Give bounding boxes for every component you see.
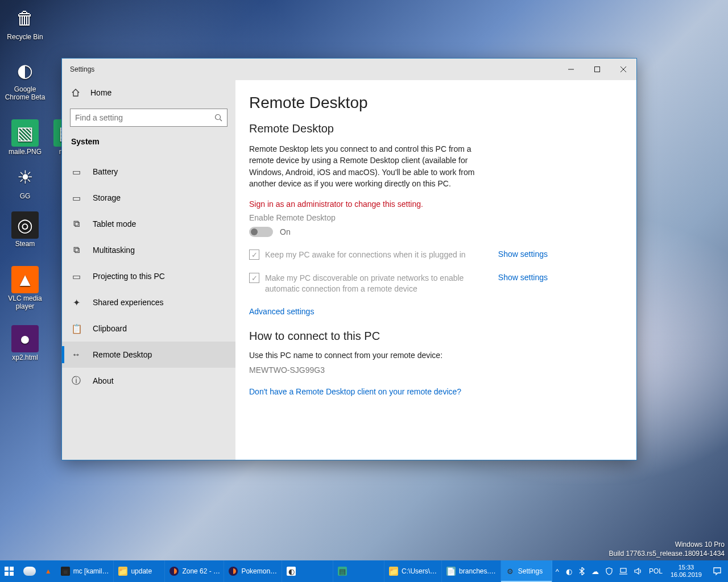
nav-item-label: Multitasking: [93, 246, 135, 255]
nav-item-label: Remote Desktop: [93, 350, 152, 359]
watermark-line1: Windows 10 Pro: [609, 540, 725, 549]
intro-text: Remote Desktop lets you connect to and c…: [249, 143, 494, 189]
taskbar-task[interactable]: Zone 62 - …: [165, 560, 224, 582]
task-label: mc [kamil…: [73, 567, 109, 575]
window-title: Settings: [70, 65, 94, 73]
nav-item-remote-desktop[interactable]: ↔Remote Desktop: [62, 342, 235, 368]
taskbar-task[interactable]: Pokemon…: [224, 560, 282, 582]
tray-network-icon[interactable]: [616, 560, 631, 582]
nav-item-multitasking[interactable]: ⧉Multitasking: [62, 237, 235, 263]
show-settings-link-1[interactable]: Show settings: [498, 250, 548, 259]
task-label: Pokemon…: [241, 567, 277, 575]
nav-home[interactable]: Home: [62, 80, 235, 105]
search-box[interactable]: [70, 109, 228, 127]
taskbar-task[interactable]: ⚙Settings: [501, 560, 552, 582]
desktop-icon-gg[interactable]: ☀GG: [3, 164, 47, 200]
nav-item-power-sleep[interactable]: ⏻Power & sleep: [62, 152, 235, 159]
section-remote-desktop: Remote Desktop: [249, 122, 623, 135]
nav-item-label: Tablet mode: [93, 219, 136, 228]
taskbar-task[interactable]: 📄branches.…: [442, 560, 501, 582]
search-icon: [214, 114, 222, 122]
taskbar-task[interactable]: 📁C:\Users\…: [384, 560, 442, 582]
nav-item-projecting-to-this-pc[interactable]: ▭Projecting to this PC: [62, 263, 235, 289]
no-client-link[interactable]: Don't have a Remote Desktop client on yo…: [249, 387, 623, 396]
taskbar-pin-1[interactable]: [19, 560, 40, 582]
tray-app-icon[interactable]: ◐: [562, 560, 576, 582]
action-center-button[interactable]: [706, 567, 728, 576]
close-button[interactable]: [610, 59, 636, 80]
category-label: System: [62, 134, 235, 152]
start-button[interactable]: [0, 560, 19, 582]
checkbox-discoverable[interactable]: ✓: [249, 273, 259, 283]
home-icon: [71, 88, 80, 97]
nav-item-label: Shared experiences: [93, 298, 164, 307]
tray-security-icon[interactable]: [602, 560, 616, 582]
nav-home-label: Home: [90, 88, 111, 97]
svg-rect-6: [5, 567, 9, 571]
checkbox-keep-awake[interactable]: ✓: [249, 250, 259, 260]
desktop-icon-vlc-media-player[interactable]: ▲VLC media player: [3, 266, 47, 310]
desktop-icon-xp2-html[interactable]: ●xp2.html: [3, 325, 47, 361]
nav-item-shared-experiences[interactable]: ✦Shared experiences: [62, 289, 235, 315]
nav-item-label: Battery: [93, 167, 118, 176]
taskbar-task[interactable]: ▣mc [kamil…: [56, 560, 114, 582]
nav-item-storage[interactable]: ▭Storage: [62, 185, 235, 211]
tray-clock[interactable]: 15:33 16.06.2019: [666, 564, 706, 578]
nav-icon: ▭: [71, 193, 81, 203]
minimize-button[interactable]: [558, 59, 584, 80]
taskbar-task[interactable]: 📁update: [114, 560, 165, 582]
tray-language[interactable]: POL: [646, 560, 666, 582]
enable-remote-desktop-toggle[interactable]: [249, 227, 273, 237]
nav-item-label: Storage: [93, 193, 121, 202]
nav-item-clipboard[interactable]: 📋Clipboard: [62, 315, 235, 342]
admin-warning: Sign in as an administrator to change th…: [249, 199, 623, 209]
taskbar-task[interactable]: ◐: [282, 560, 333, 582]
nav-icon: ▭: [71, 167, 81, 177]
nav-icon: ⧉: [71, 219, 81, 229]
desktop-icon-google-chrome-beta[interactable]: ◐Google Chrome Beta: [3, 57, 47, 101]
enable-label: Enable Remote Desktop: [249, 213, 623, 222]
nav-item-tablet-mode[interactable]: ⧉Tablet mode: [62, 211, 235, 237]
nav-item-battery[interactable]: ▭Battery: [62, 159, 235, 185]
desktop: 🗑Recycle Bin◐Google Chrome Beta▧maile.PN…: [0, 0, 728, 582]
pc-name: MEWTWO-SJG99G3: [249, 365, 623, 375]
advanced-settings-link[interactable]: Advanced settings: [249, 307, 623, 316]
svg-point-4: [216, 115, 221, 120]
taskbar-pin-vlc[interactable]: ▲: [40, 560, 56, 582]
nav-item-about[interactable]: ⓘAbout: [62, 368, 235, 394]
option-keep-awake-label: Keep my PC awake for connections when it…: [265, 250, 466, 260]
tray-chevron-icon[interactable]: ^: [552, 560, 562, 582]
nav-item-label: Projecting to this PC: [93, 272, 165, 281]
tray-bluetooth-icon[interactable]: [576, 560, 588, 582]
svg-rect-12: [621, 568, 626, 572]
tray-volume-icon[interactable]: [631, 560, 646, 582]
nav-item-label: About: [93, 376, 114, 385]
maximize-button[interactable]: [584, 59, 610, 80]
nav-icon: 📋: [71, 323, 81, 334]
svg-line-5: [220, 119, 222, 122]
content-pane: Remote Desktop Remote Desktop Remote Des…: [235, 80, 636, 460]
nav-icon: ⧉: [71, 245, 81, 255]
nav-icon: ⏻: [71, 152, 81, 153]
taskbar-task[interactable]: ▤: [333, 560, 384, 582]
tray-time: 15:33: [671, 564, 702, 571]
desktop-icon-recycle-bin[interactable]: 🗑Recycle Bin: [3, 5, 47, 41]
tray-onedrive-icon[interactable]: ☁: [588, 560, 602, 582]
search-input[interactable]: [75, 113, 214, 122]
svg-rect-1: [595, 67, 600, 72]
nav-icon: ▭: [71, 271, 81, 282]
option-keep-awake: ✓ Keep my PC awake for connections when …: [249, 250, 494, 260]
nav-icon: ⓘ: [71, 375, 81, 387]
desktop-icon-steam[interactable]: ◎Steam: [3, 211, 47, 248]
nav-list: ⏻Power & sleep▭Battery▭Storage⧉Tablet mo…: [62, 152, 235, 460]
nav-icon: ✦: [71, 297, 81, 308]
section-how-to-connect: How to connect to this PC: [249, 330, 623, 343]
option-discoverable: ✓ Make my PC discoverable on private net…: [249, 273, 494, 294]
system-tray: ^ ◐ ☁ POL 15:33 16.06.2019: [552, 560, 728, 582]
show-settings-link-2[interactable]: Show settings: [498, 273, 548, 282]
svg-rect-8: [5, 572, 9, 576]
nav-icon: ↔: [71, 350, 81, 360]
sidebar: Home System ⏻Power & sleep▭Battery▭Stora…: [62, 80, 235, 460]
titlebar[interactable]: Settings: [62, 59, 636, 80]
desktop-icon-maile-png[interactable]: ▧maile.PNG: [3, 119, 47, 156]
